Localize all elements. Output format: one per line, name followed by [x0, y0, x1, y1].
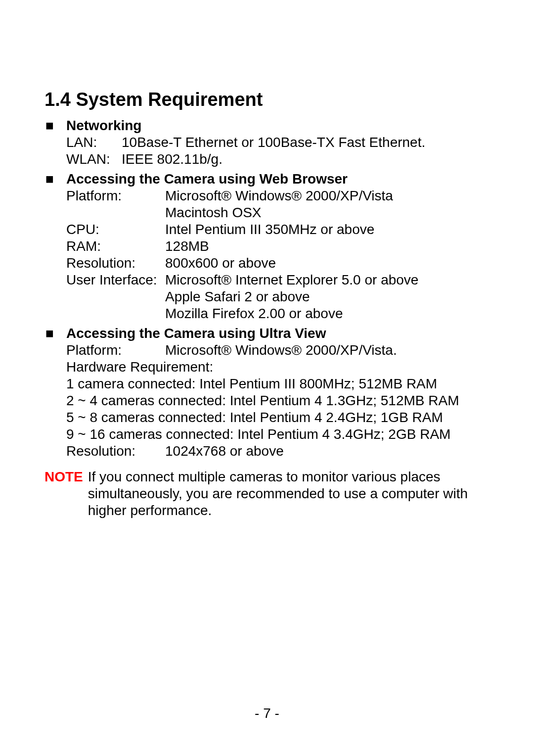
uv-platform-value: Microsoft® Windows® 2000/XP/Vista.: [165, 342, 397, 359]
uv-platform-key: Platform:: [66, 342, 165, 359]
resolution-value: 800x600 or above: [165, 255, 276, 272]
platform-key: Platform:: [66, 188, 165, 204]
userinterface-key: User Interface:: [66, 272, 165, 288]
note-body: If you connect multiple cameras to monit…: [88, 469, 490, 519]
note-label: NOTE: [44, 469, 83, 485]
bullet-icon: ■: [44, 171, 66, 188]
platform-value-2: Macintosh OSX: [165, 204, 262, 221]
note-block: NOTE If you connect multiple cameras to …: [44, 469, 490, 519]
ultraview-heading: Accessing the Camera using Ultra View: [66, 325, 490, 342]
hw-req-3: 5 ~ 8 cameras connected: Intel Pentium 4…: [66, 409, 490, 426]
hw-req-4: 9 ~ 16 cameras connected: Intel Pentium …: [66, 426, 490, 443]
networking-heading: Networking: [66, 117, 490, 134]
hardware-requirement-label: Hardware Requirement:: [66, 359, 490, 376]
lan-key: LAN:: [66, 134, 122, 151]
userinterface-value-2: Apple Safari 2 or above: [165, 288, 310, 305]
page-number: - 7 -: [0, 706, 534, 721]
ultraview-block: ■ Accessing the Camera using Ultra View …: [44, 325, 490, 460]
lan-value: 10Base-T Ethernet or 100Base-TX Fast Eth…: [122, 134, 425, 151]
hw-req-1: 1 camera connected: Intel Pentium III 80…: [66, 376, 490, 392]
uv-resolution-key: Resolution:: [66, 443, 165, 460]
userinterface-value-3: Mozilla Firefox 2.00 or above: [165, 305, 343, 322]
wlan-key: WLAN:: [66, 151, 122, 168]
webbrowser-block: ■ Accessing the Camera using Web Browser…: [44, 171, 490, 322]
cpu-key: CPU:: [66, 221, 165, 238]
section-title: 1.4 System Requirement: [44, 89, 490, 110]
platform-value-1: Microsoft® Windows® 2000/XP/Vista: [165, 188, 393, 204]
resolution-key: Resolution:: [66, 255, 165, 272]
bullet-icon: ■: [44, 117, 66, 134]
uv-resolution-value: 1024x768 or above: [165, 443, 284, 460]
webbrowser-heading: Accessing the Camera using Web Browser: [66, 171, 490, 188]
ram-value: 128MB: [165, 238, 209, 255]
hw-req-2: 2 ~ 4 cameras connected: Intel Pentium 4…: [66, 392, 490, 409]
cpu-value: Intel Pentium III 350MHz or above: [165, 221, 374, 238]
ram-key: RAM:: [66, 238, 165, 255]
bullet-icon: ■: [44, 325, 66, 342]
spacer: [66, 288, 165, 305]
wlan-value: IEEE 802.11b/g.: [122, 151, 222, 168]
userinterface-value-1: Microsoft® Internet Explorer 5.0 or abov…: [165, 272, 418, 288]
spacer: [66, 305, 165, 322]
spacer: [66, 204, 165, 221]
networking-block: ■ Networking LAN: 10Base-T Ethernet or 1…: [44, 117, 490, 168]
